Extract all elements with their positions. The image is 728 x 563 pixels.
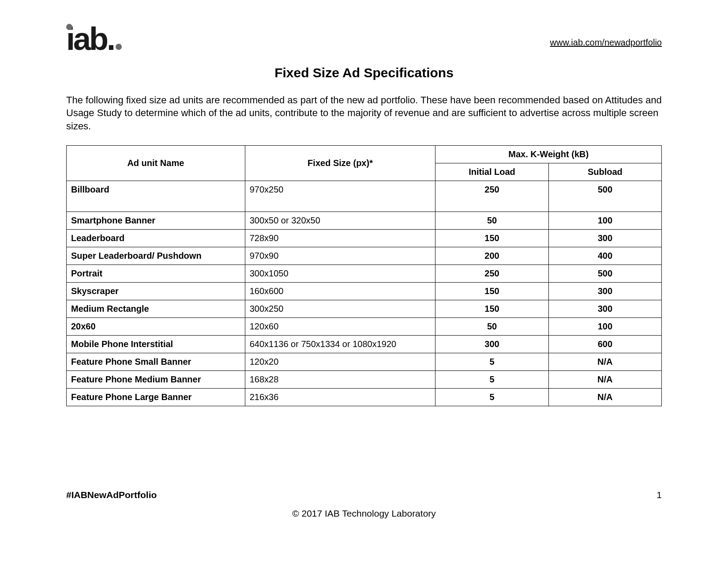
cell-subload: N/A bbox=[548, 370, 661, 388]
th-fixed-size: Fixed Size (px)* bbox=[245, 145, 435, 181]
table-row: Smartphone Banner300x50 or 320x5050100 bbox=[67, 212, 662, 229]
header: iab. www.iab.com/newadportfolio bbox=[66, 26, 662, 52]
cell-ad-unit-name: Mobile Phone Interstitial bbox=[67, 335, 245, 353]
cell-fixed-size: 970x90 bbox=[245, 247, 435, 264]
logo-dot-icon bbox=[116, 44, 122, 50]
cell-ad-unit-name: Feature Phone Small Banner bbox=[67, 353, 245, 370]
cell-ad-unit-name: Billboard bbox=[67, 181, 245, 212]
cell-ad-unit-name: Skyscraper bbox=[67, 282, 245, 300]
cell-initial-load: 300 bbox=[435, 335, 548, 353]
cell-fixed-size: 216x36 bbox=[245, 388, 435, 406]
cell-ad-unit-name: Portrait bbox=[67, 264, 245, 282]
table-row: Feature Phone Large Banner216x365N/A bbox=[67, 388, 662, 406]
logo-text: iab. bbox=[66, 21, 114, 57]
cell-initial-load: 150 bbox=[435, 300, 548, 317]
cell-subload: 500 bbox=[548, 264, 661, 282]
cell-ad-unit-name: Smartphone Banner bbox=[67, 212, 245, 229]
table-row: Medium Rectangle300x250150300 bbox=[67, 300, 662, 317]
cell-ad-unit-name: Medium Rectangle bbox=[67, 300, 245, 317]
cell-ad-unit-name: Leaderboard bbox=[67, 229, 245, 247]
footer: #IABNewAdPortfolio 1 © 2017 IAB Technolo… bbox=[66, 490, 662, 519]
th-subload: Subload bbox=[548, 163, 661, 181]
table-row: Mobile Phone Interstitial640x1136 or 750… bbox=[67, 335, 662, 353]
cell-initial-load: 250 bbox=[435, 181, 548, 212]
footer-hashtag: #IABNewAdPortfolio bbox=[66, 490, 157, 500]
page-title: Fixed Size Ad Specifications bbox=[66, 65, 662, 80]
cell-fixed-size: 970x250 bbox=[245, 181, 435, 212]
footer-copyright: © 2017 IAB Technology Laboratory bbox=[66, 508, 662, 519]
cell-fixed-size: 300x1050 bbox=[245, 264, 435, 282]
cell-subload: N/A bbox=[548, 353, 661, 370]
cell-ad-unit-name: 20x60 bbox=[67, 317, 245, 335]
cell-ad-unit-name: Feature Phone Large Banner bbox=[67, 388, 245, 406]
th-ad-unit-name: Ad unit Name bbox=[67, 145, 245, 181]
table-row: Billboard970x250250500 bbox=[67, 181, 662, 212]
table-row: Feature Phone Small Banner120x205N/A bbox=[67, 353, 662, 370]
cell-subload: 100 bbox=[548, 317, 661, 335]
iab-logo: iab. bbox=[66, 26, 122, 52]
cell-fixed-size: 120x20 bbox=[245, 353, 435, 370]
ad-spec-table: Ad unit Name Fixed Size (px)* Max. K-Wei… bbox=[66, 145, 662, 406]
cell-subload: 600 bbox=[548, 335, 661, 353]
table-row: 20x60120x6050100 bbox=[67, 317, 662, 335]
cell-fixed-size: 120x60 bbox=[245, 317, 435, 335]
cell-fixed-size: 728x90 bbox=[245, 229, 435, 247]
cell-subload: 100 bbox=[548, 212, 661, 229]
cell-initial-load: 200 bbox=[435, 247, 548, 264]
cell-fixed-size: 640x1136 or 750x1334 or 1080x1920 bbox=[245, 335, 435, 353]
intro-paragraph: The following fixed size ad units are re… bbox=[66, 94, 662, 133]
cell-ad-unit-name: Super Leaderboard/ Pushdown bbox=[67, 247, 245, 264]
cell-subload: N/A bbox=[548, 388, 661, 406]
table-row: Portrait300x1050250500 bbox=[67, 264, 662, 282]
cell-initial-load: 150 bbox=[435, 282, 548, 300]
table-row: Skyscraper160x600150300 bbox=[67, 282, 662, 300]
table-row: Leaderboard728x90150300 bbox=[67, 229, 662, 247]
portfolio-link[interactable]: www.iab.com/newadportfolio bbox=[550, 38, 662, 52]
cell-initial-load: 150 bbox=[435, 229, 548, 247]
cell-fixed-size: 300x50 or 320x50 bbox=[245, 212, 435, 229]
table-row: Feature Phone Medium Banner168x285N/A bbox=[67, 370, 662, 388]
cell-initial-load: 5 bbox=[435, 370, 548, 388]
cell-fixed-size: 160x600 bbox=[245, 282, 435, 300]
cell-initial-load: 50 bbox=[435, 317, 548, 335]
cell-subload: 400 bbox=[548, 247, 661, 264]
cell-initial-load: 5 bbox=[435, 353, 548, 370]
table-row: Super Leaderboard/ Pushdown970x90200400 bbox=[67, 247, 662, 264]
logo-dot-icon bbox=[66, 24, 72, 30]
cell-subload: 300 bbox=[548, 229, 661, 247]
th-max-kweight: Max. K-Weight (kB) bbox=[435, 145, 662, 163]
cell-ad-unit-name: Feature Phone Medium Banner bbox=[67, 370, 245, 388]
cell-subload: 300 bbox=[548, 282, 661, 300]
cell-initial-load: 5 bbox=[435, 388, 548, 406]
cell-subload: 300 bbox=[548, 300, 661, 317]
cell-initial-load: 250 bbox=[435, 264, 548, 282]
th-initial-load: Initial Load bbox=[435, 163, 548, 181]
cell-subload: 500 bbox=[548, 181, 661, 212]
cell-fixed-size: 168x28 bbox=[245, 370, 435, 388]
cell-fixed-size: 300x250 bbox=[245, 300, 435, 317]
cell-initial-load: 50 bbox=[435, 212, 548, 229]
page-number: 1 bbox=[657, 490, 662, 500]
